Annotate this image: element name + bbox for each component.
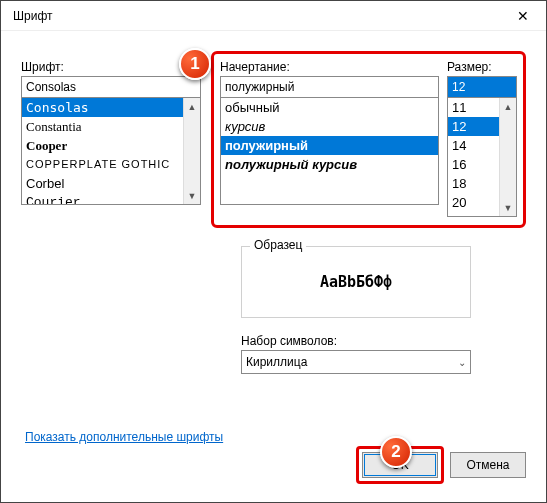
list-item[interactable]: Copperplate Gothic <box>22 155 183 174</box>
list-item[interactable]: полужирный курсив <box>221 155 438 174</box>
chevron-down-icon: ⌄ <box>458 357 466 368</box>
charset-label: Набор символов: <box>241 334 471 348</box>
font-label: Шрифт: <box>21 60 201 74</box>
style-column: Начертание: обычный курсив полужирный по… <box>220 60 439 217</box>
size-input[interactable] <box>447 76 517 98</box>
list-item[interactable]: обычный <box>221 98 438 117</box>
charset-section: Набор символов: Кириллица ⌄ <box>241 334 471 374</box>
size-list-inner: 11 12 14 16 18 20 22 <box>448 98 499 216</box>
top-row: Шрифт: Consolas Constantia Cooper Copper… <box>21 51 526 228</box>
list-item[interactable]: 16 <box>448 155 499 174</box>
scroll-down-icon[interactable]: ▼ <box>500 199 516 216</box>
list-item[interactable]: Consolas <box>22 98 183 117</box>
style-list-inner: обычный курсив полужирный полужирный кур… <box>221 98 438 204</box>
charset-value: Кириллица <box>246 355 458 369</box>
close-icon: ✕ <box>517 8 529 24</box>
charset-select[interactable]: Кириллица ⌄ <box>241 350 471 374</box>
style-listbox[interactable]: обычный курсив полужирный полужирный кур… <box>220 97 439 205</box>
list-item[interactable]: 20 <box>448 193 499 212</box>
sample-group-label: Образец <box>250 238 306 252</box>
cancel-button[interactable]: Отмена <box>450 452 526 478</box>
font-list-inner: Consolas Constantia Cooper Copperplate G… <box>22 98 183 204</box>
list-item[interactable]: Corbel <box>22 174 183 193</box>
list-item[interactable]: 14 <box>448 136 499 155</box>
sample-text: AaBbБбФф <box>242 247 470 317</box>
scroll-down-icon[interactable]: ▼ <box>184 187 200 204</box>
list-item[interactable]: полужирный <box>221 136 438 155</box>
font-column: Шрифт: Consolas Constantia Cooper Copper… <box>21 51 201 228</box>
sample-group: Образец AaBbБбФф <box>241 246 471 318</box>
size-scrollbar[interactable]: ▲ ▼ <box>499 98 516 216</box>
list-item[interactable]: 22 <box>448 212 499 216</box>
list-item[interactable]: Courier <box>22 193 183 204</box>
close-button[interactable]: ✕ <box>500 1 546 31</box>
list-item[interactable]: 11 <box>448 98 499 117</box>
highlight-style-size: Начертание: обычный курсив полужирный по… <box>211 51 526 228</box>
list-item[interactable]: Constantia <box>22 117 183 136</box>
scroll-track[interactable] <box>184 115 200 187</box>
list-item[interactable]: 18 <box>448 174 499 193</box>
font-scrollbar[interactable]: ▲ ▼ <box>183 98 200 204</box>
list-item[interactable]: 12 <box>448 117 499 136</box>
size-listbox[interactable]: 11 12 14 16 18 20 22 ▲ ▼ <box>447 97 517 217</box>
window-title: Шрифт <box>13 9 500 23</box>
scroll-track[interactable] <box>500 115 516 199</box>
font-listbox[interactable]: Consolas Constantia Cooper Copperplate G… <box>21 97 201 205</box>
more-fonts-link[interactable]: Показать дополнительные шрифты <box>25 430 223 444</box>
font-input[interactable] <box>21 76 201 98</box>
callout-2: 2 <box>380 436 412 468</box>
scroll-up-icon[interactable]: ▲ <box>184 98 200 115</box>
scroll-up-icon[interactable]: ▲ <box>500 98 516 115</box>
size-column: Размер: 11 12 14 16 18 20 22 <box>447 60 517 217</box>
style-input[interactable] <box>220 76 439 98</box>
size-label: Размер: <box>447 60 517 74</box>
dialog-content: Шрифт: Consolas Constantia Cooper Copper… <box>1 31 546 502</box>
titlebar: Шрифт ✕ <box>1 1 546 31</box>
callout-1: 1 <box>179 48 211 80</box>
list-item[interactable]: курсив <box>221 117 438 136</box>
font-dialog-window: Шрифт ✕ Шрифт: Consolas Constantia Coope… <box>0 0 547 503</box>
list-item[interactable]: Cooper <box>22 136 183 155</box>
style-label: Начертание: <box>220 60 439 74</box>
